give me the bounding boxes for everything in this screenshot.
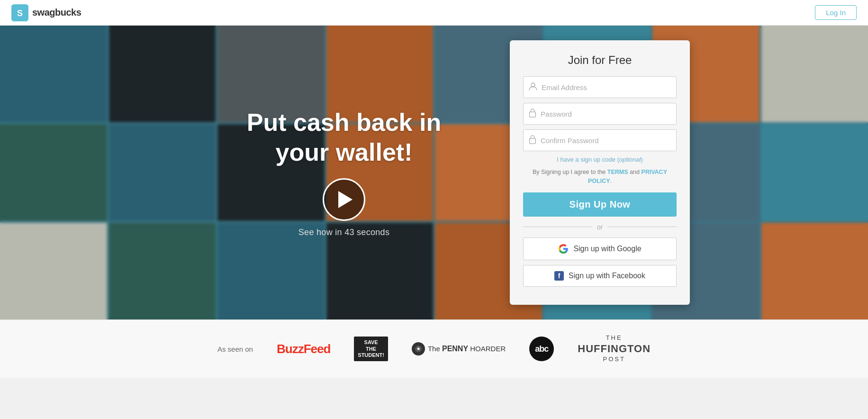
svg-text:S: S (17, 8, 23, 18)
penny-hoarder-brand: ★ The PENNY HOARDER (412, 342, 506, 355)
google-icon (558, 244, 569, 254)
play-subtitle: See how in 43 seconds (298, 228, 389, 237)
or-divider: or (523, 223, 677, 231)
lock-icon (528, 108, 537, 120)
as-seen-label: As seen on (217, 345, 253, 353)
svg-text:★: ★ (416, 346, 421, 351)
save-the-student-brand: SAVE THE STUDENT! (354, 337, 388, 361)
facebook-button-label: Sign up with Facebook (569, 272, 645, 280)
swagbucks-logo-icon: S (11, 4, 28, 21)
or-line-left (523, 227, 592, 227)
hero-section: Put cash back in your wallet! See how in… (0, 26, 868, 319)
hero-content: Put cash back in your wallet! See how in… (150, 40, 718, 305)
login-button[interactable]: Log In (815, 5, 857, 20)
penny-hoarder-icon: ★ (412, 342, 425, 355)
terms-link[interactable]: TERMS (607, 169, 628, 175)
hero-left: Put cash back in your wallet! See how in… (178, 108, 510, 237)
card-title: Join for Free (523, 54, 677, 67)
email-field-wrapper (523, 76, 677, 98)
play-button[interactable]: See how in 43 seconds (298, 178, 389, 237)
logo-text: swagbucks (32, 7, 81, 18)
lock-confirm-icon (528, 135, 537, 146)
password-field-wrapper (523, 103, 677, 125)
abc-brand: abc (529, 337, 554, 361)
password-input[interactable] (541, 110, 671, 118)
terms-text: By Signing up I agree to the TERMS and P… (523, 168, 677, 186)
signup-card: Join for Free (510, 40, 690, 305)
svg-rect-4 (530, 138, 536, 144)
or-line-right (607, 227, 677, 227)
confirm-password-field-wrapper (523, 129, 677, 151)
huffington-post-brand: THE HUFFINGTON POST (578, 334, 651, 364)
svg-point-2 (531, 83, 535, 87)
play-circle-icon (323, 178, 365, 221)
svg-rect-3 (530, 112, 536, 117)
play-triangle-icon (338, 191, 353, 208)
confirm-password-input[interactable] (541, 137, 671, 145)
header: S swagbucks Log In (0, 0, 868, 26)
facebook-icon: f (554, 271, 564, 281)
or-label: or (597, 223, 603, 231)
google-signup-button[interactable]: Sign up with Google (523, 237, 677, 260)
facebook-signup-button[interactable]: f Sign up with Facebook (523, 265, 677, 287)
logo: S swagbucks (11, 4, 81, 21)
penny-hoarder-text: The PENNY HOARDER (428, 345, 506, 353)
signup-code-link[interactable]: I have a sign up code (optional) (523, 156, 677, 163)
email-input[interactable] (542, 83, 671, 91)
google-button-label: Sign up with Google (573, 245, 641, 253)
signup-now-button[interactable]: Sign Up Now (523, 192, 677, 217)
buzzfeed-brand: BuzzFeed (277, 342, 330, 356)
hero-headline: Put cash back in your wallet! (247, 108, 441, 167)
user-icon (528, 82, 538, 93)
as-seen-on-footer: As seen on BuzzFeed SAVE THE STUDENT! ★ … (0, 319, 868, 378)
